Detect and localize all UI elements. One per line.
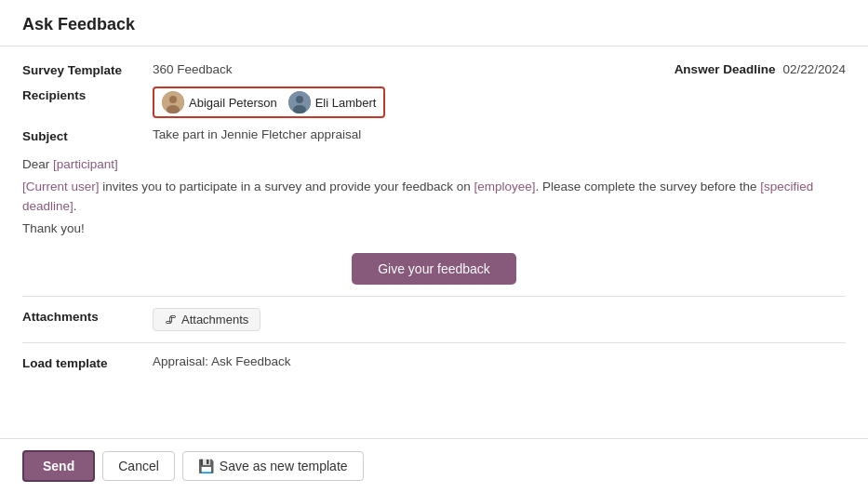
attachments-row: Attachments 🖇 Attachments [22, 308, 846, 331]
svg-point-4 [296, 96, 303, 103]
subject-label: Subject [22, 127, 153, 143]
email-body-line1: [Current user] invites you to participat… [22, 177, 846, 217]
template-deadline-row: Survey Template 360 Feedback Answer Dead… [22, 61, 846, 77]
separator-2 [22, 342, 846, 343]
body-after-text: . Please complete the survey before the [536, 180, 761, 193]
recipient-abigail-name: Abigail Peterson [189, 96, 277, 110]
recipients-label: Recipients [22, 87, 153, 102]
give-feedback-button[interactable]: Give your feedback [352, 253, 516, 285]
give-feedback-row: Give your feedback [22, 253, 846, 285]
send-button[interactable]: Send [22, 450, 95, 482]
email-salutation-line: Dear [participant] [22, 154, 846, 175]
survey-template-label: Survey Template [22, 61, 153, 77]
recipient-eli: Eli Lambert [288, 91, 377, 113]
avatar-eli [288, 91, 311, 113]
dialog-body: Survey Template 360 Feedback Answer Dead… [0, 47, 868, 438]
salutation-text: Dear [22, 157, 49, 171]
avatar-abigail [162, 91, 184, 113]
recipient-abigail: Abigail Peterson [162, 91, 277, 113]
paperclip-icon: 🖇 [165, 313, 177, 326]
recipient-eli-name: Eli Lambert [315, 96, 377, 110]
ask-feedback-dialog: Ask Feedback Survey Template 360 Feedbac… [0, 0, 868, 493]
current-user-placeholder[interactable]: [Current user] [22, 180, 100, 193]
answer-deadline-section: Answer Deadline 02/22/2024 [674, 62, 846, 76]
attachments-label: Attachments [22, 308, 153, 324]
attachments-button[interactable]: 🖇 Attachments [153, 308, 260, 331]
email-body-line2: Thank you! [22, 219, 846, 239]
save-template-button[interactable]: 💾 Save as new template [182, 451, 364, 481]
body-mid-text: invites you to participate in a survey a… [100, 180, 474, 193]
answer-deadline-value: 02/22/2024 [782, 62, 846, 76]
dialog-footer: Send Cancel 💾 Save as new template [0, 438, 868, 493]
participant-placeholder[interactable]: [participant] [53, 157, 118, 171]
body-end-text: . [73, 199, 77, 213]
employee-placeholder[interactable]: [employee] [474, 180, 536, 193]
subject-value: Take part in Jennie Fletcher appraisal [153, 127, 846, 141]
recipients-box[interactable]: Abigail Peterson Eli Lambert [153, 87, 385, 118]
subject-row: Subject Take part in Jennie Fletcher app… [22, 127, 846, 143]
attachments-btn-label: Attachments [181, 313, 248, 326]
email-body: Dear [participant] [Current user] invite… [22, 154, 846, 238]
answer-deadline-label: Answer Deadline [674, 62, 776, 76]
load-template-value: Appraisal: Ask Feedback [153, 354, 846, 368]
survey-template-value: 360 Feedback [153, 62, 619, 76]
svg-point-1 [169, 96, 177, 103]
save-template-label: Save as new template [220, 459, 348, 473]
floppy-disk-icon: 💾 [198, 459, 214, 473]
recipients-row: Recipients Abigail Peterson [22, 87, 846, 118]
cancel-button[interactable]: Cancel [102, 451, 175, 481]
dialog-title: Ask Feedback [22, 15, 135, 33]
load-template-label: Load template [22, 354, 153, 370]
load-template-row: Load template Appraisal: Ask Feedback [22, 354, 846, 370]
dialog-header: Ask Feedback [0, 0, 868, 47]
separator-1 [22, 296, 846, 297]
